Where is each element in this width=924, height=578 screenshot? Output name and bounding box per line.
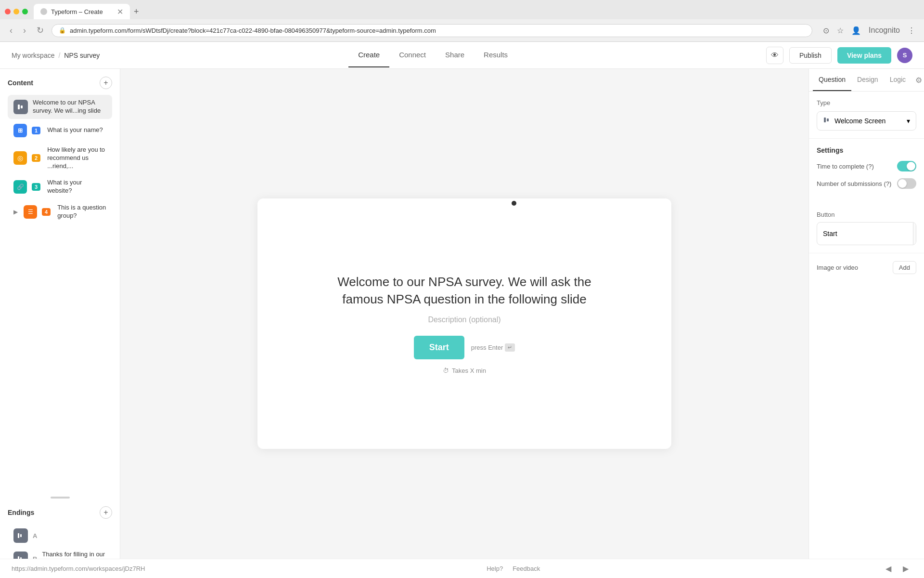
main-navigation: Create Connect Share Results bbox=[100, 43, 766, 67]
collapse-arrow-icon: ▶ bbox=[13, 209, 18, 215]
enter-icon: ↵ bbox=[505, 343, 515, 352]
q3-number: 3 bbox=[32, 183, 40, 191]
time-to-complete-label: Time to complete (?) bbox=[817, 163, 874, 170]
image-video-section: Image or video Add bbox=[809, 253, 924, 282]
settings-section: Settings Time to complete (?) Number of … bbox=[809, 139, 924, 203]
reload-button[interactable]: ↻ bbox=[34, 24, 47, 37]
button-text-input[interactable] bbox=[817, 225, 913, 242]
star-icon[interactable]: ☆ bbox=[835, 24, 846, 37]
app-header: My workspace / NPS survey Create Connect… bbox=[0, 42, 924, 69]
add-content-button[interactable]: + bbox=[100, 77, 112, 89]
ending-a-label: A bbox=[33, 532, 37, 539]
avatar[interactable]: S bbox=[897, 48, 912, 63]
bottom-navigation: ◀ ▶ bbox=[882, 562, 912, 575]
help-link[interactable]: Help? bbox=[487, 565, 503, 572]
type-dropdown[interactable]: Welcome Screen ▾ bbox=[817, 111, 916, 131]
panel-tabs: Question Design Logic ⚙ bbox=[809, 69, 924, 92]
q4-number: 4 bbox=[42, 208, 51, 216]
forward-button[interactable]: › bbox=[20, 25, 29, 37]
ending-item-a[interactable]: A bbox=[8, 525, 112, 547]
number-of-submissions-toggle[interactable] bbox=[897, 178, 916, 189]
nav-share[interactable]: Share bbox=[436, 43, 474, 67]
sidebar-item-welcome[interactable]: Welcome to our NPSA survey. We wil...ing… bbox=[8, 95, 112, 119]
bottom-bar-actions: Help? Feedback bbox=[487, 565, 540, 572]
svg-rect-2 bbox=[18, 533, 19, 538]
svg-rect-3 bbox=[20, 534, 22, 537]
add-image-button[interactable]: Add bbox=[893, 261, 916, 274]
time-to-complete-toggle[interactable] bbox=[897, 161, 916, 171]
number-of-submissions-label: Number of submissions (?) bbox=[817, 180, 891, 187]
add-ending-button[interactable]: + bbox=[100, 506, 112, 519]
svg-rect-0 bbox=[18, 105, 20, 109]
new-tab-button[interactable]: + bbox=[134, 7, 139, 17]
sidebar-item-q2[interactable]: ◎ 2 How likely are you to recommend us .… bbox=[8, 142, 112, 174]
breadcrumb: My workspace / NPS survey bbox=[12, 52, 100, 59]
nav-results[interactable]: Results bbox=[474, 43, 517, 67]
button-label: Button bbox=[817, 211, 916, 218]
bottom-bar: https://admin.typeform.com/workspaces/jD… bbox=[0, 559, 924, 578]
breadcrumb-form: NPS survey bbox=[64, 52, 100, 59]
q4-text: This is a question group? bbox=[57, 204, 106, 220]
sidebar: Content + Welcome to our NPSA survey. We… bbox=[0, 69, 120, 578]
tab-close-button[interactable]: ✕ bbox=[117, 7, 123, 16]
start-button[interactable]: Start bbox=[414, 336, 464, 359]
q2-icon: ◎ bbox=[13, 151, 27, 165]
feedback-link[interactable]: Feedback bbox=[513, 565, 540, 572]
svg-rect-7 bbox=[827, 118, 829, 121]
view-plans-button[interactable]: View plans bbox=[837, 47, 891, 64]
tab-question[interactable]: Question bbox=[813, 69, 851, 91]
profile-icon[interactable]: 👤 bbox=[849, 24, 863, 37]
q1-number: 1 bbox=[32, 127, 40, 134]
toggle-thumb-off bbox=[898, 179, 907, 188]
collapse-right-button[interactable]: ▶ bbox=[899, 562, 912, 575]
breadcrumb-workspace[interactable]: My workspace bbox=[12, 52, 54, 59]
canvas-area: Welcome to our NPSA survey. We will ask … bbox=[120, 69, 808, 578]
tab-design[interactable]: Design bbox=[851, 69, 884, 91]
type-section: Type Welcome Screen ▾ bbox=[809, 92, 924, 139]
bottom-url: https://admin.typeform.com/workspaces/jD… bbox=[12, 565, 145, 572]
minimize-button[interactable] bbox=[13, 9, 19, 14]
nav-create[interactable]: Create bbox=[348, 43, 389, 67]
maximize-button[interactable] bbox=[22, 9, 28, 14]
breadcrumb-separator: / bbox=[58, 52, 60, 59]
press-enter-text: press Enter bbox=[471, 344, 503, 351]
browser-tab[interactable]: Typeform – Create ✕ bbox=[34, 4, 130, 19]
time-to-complete-row: Time to complete (?) bbox=[817, 161, 916, 171]
menu-icon[interactable]: ⋮ bbox=[906, 24, 917, 37]
dropdown-arrow-icon: ▾ bbox=[907, 117, 910, 125]
settings-gear-icon[interactable]: ⚙ bbox=[911, 72, 924, 89]
publish-button[interactable]: Publish bbox=[789, 47, 832, 64]
nav-connect[interactable]: Connect bbox=[389, 43, 436, 67]
tab-favicon bbox=[40, 8, 47, 15]
preview-button[interactable]: 👁 bbox=[766, 47, 783, 64]
form-preview[interactable]: Welcome to our NPSA survey. We will ask … bbox=[257, 198, 671, 449]
tab-logic[interactable]: Logic bbox=[884, 69, 911, 91]
endings-section-title: Endings bbox=[8, 509, 34, 516]
tab-title: Typeform – Create bbox=[51, 8, 103, 15]
welcome-screen-icon bbox=[823, 116, 831, 126]
form-description-placeholder[interactable]: Description (optional) bbox=[428, 315, 500, 324]
sidebar-item-q1[interactable]: ⊞ 1 What is your name? bbox=[8, 120, 112, 141]
q4-icon: ☰ bbox=[24, 205, 37, 219]
back-button[interactable]: ‹ bbox=[7, 25, 15, 37]
press-enter-hint: press Enter ↵ bbox=[471, 343, 515, 352]
settings-title: Settings bbox=[817, 146, 916, 154]
button-section: Button 5 / 24 bbox=[809, 203, 924, 253]
form-welcome-text[interactable]: Welcome to our NPSA survey. We will ask … bbox=[320, 273, 609, 308]
q1-text: What is your name? bbox=[47, 126, 106, 134]
q3-icon: 🔗 bbox=[13, 180, 27, 194]
sidebar-item-q3[interactable]: 🔗 3 What is your website? bbox=[8, 175, 112, 199]
image-video-label: Image or video bbox=[817, 264, 858, 271]
q2-text: How likely are you to recommend us ...ri… bbox=[47, 146, 106, 171]
collapse-left-button[interactable]: ◀ bbox=[882, 562, 895, 575]
extensions-icon[interactable]: ⊙ bbox=[821, 24, 831, 37]
welcome-item-text: Welcome to our NPSA survey. We wil...ing… bbox=[33, 99, 106, 115]
q3-text: What is your website? bbox=[47, 179, 106, 195]
address-bar[interactable]: 🔒 admin.typeform.com/form/sWDtsfDj/creat… bbox=[51, 24, 812, 37]
q1-badge: ⊞ bbox=[13, 124, 27, 137]
close-button[interactable] bbox=[5, 9, 11, 14]
incognito-label: Incognito bbox=[867, 24, 902, 37]
sidebar-item-q4[interactable]: ▶ ☰ 4 This is a question group? bbox=[8, 200, 112, 224]
clock-icon: ⏱ bbox=[443, 367, 449, 374]
scroll-indicator bbox=[51, 497, 70, 499]
